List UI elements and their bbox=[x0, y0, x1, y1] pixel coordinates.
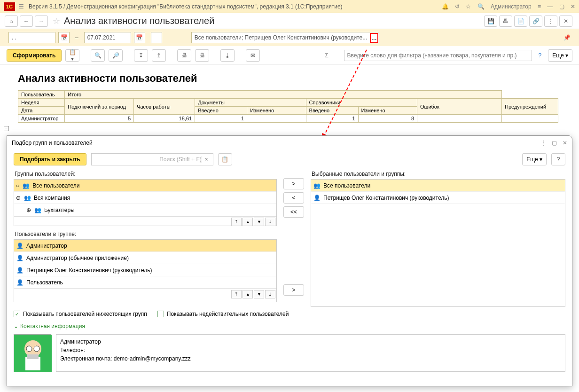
users-ellipsis-button[interactable]: … bbox=[370, 33, 378, 43]
paste-icon[interactable]: 📋▾ bbox=[65, 49, 79, 62]
list-item[interactable]: 👥 Все пользователи bbox=[311, 180, 565, 192]
list-item[interactable]: 👤 Пользователь bbox=[14, 276, 276, 289]
calendar-to-icon[interactable]: 📅 bbox=[134, 32, 145, 43]
add-button[interactable]: > bbox=[283, 178, 304, 189]
dlg-close-icon[interactable]: ✕ bbox=[563, 140, 567, 146]
remove-all-button[interactable]: << bbox=[283, 206, 304, 218]
collapse-tree-icon[interactable]: − bbox=[4, 126, 9, 131]
collapse-icon[interactable]: ⊖ bbox=[16, 195, 21, 201]
list-item[interactable]: 👤 Администратор bbox=[14, 240, 276, 252]
add-user-button[interactable]: > bbox=[283, 284, 304, 296]
groups-list[interactable]: ○ 👥 Все пользователи ⊖ 👥 Вся компания ⊕ … bbox=[14, 179, 277, 226]
contact-toggle[interactable]: ⌄ Контактная информация bbox=[7, 321, 572, 331]
cell-conn: 5 bbox=[65, 115, 134, 123]
sort-down-icon[interactable]: ▼ bbox=[254, 290, 264, 298]
calendar-from-icon[interactable]: 📅 bbox=[58, 32, 70, 43]
close-icon[interactable]: ✕ bbox=[571, 3, 575, 10]
zoom-out-icon[interactable]: 🔎 bbox=[109, 49, 123, 62]
mail-icon[interactable]: ✉ bbox=[246, 49, 260, 62]
back-button[interactable]: ← bbox=[20, 16, 33, 27]
remove-button[interactable]: < bbox=[283, 192, 304, 204]
list-item[interactable]: ○ 👥 Все пользователи bbox=[14, 180, 276, 192]
generate-button[interactable]: Сформировать bbox=[7, 49, 62, 62]
print-icon[interactable]: 🖶 bbox=[499, 16, 512, 27]
window-title: Версия 3.1.5 / Демонстрационная конфигур… bbox=[29, 3, 437, 10]
list-item[interactable]: ⊕ 👥 Бухгалтеры bbox=[14, 204, 276, 216]
users-list[interactable]: 👤 Администратор 👤 Администратор (обычное… bbox=[14, 239, 277, 302]
collapse-icon[interactable]: ↧ bbox=[134, 49, 148, 62]
save-file-icon[interactable]: ⭳ bbox=[220, 49, 235, 62]
dialog-search-input[interactable]: Поиск (Shift + F) × bbox=[91, 153, 213, 165]
show-subgroups-checkbox[interactable]: ✓ bbox=[14, 311, 20, 317]
list-item[interactable]: 👤 Петрищев Олег Константинович (руководи… bbox=[311, 192, 565, 204]
item-label: Пользователь bbox=[26, 279, 63, 286]
cell-docs-chg bbox=[247, 115, 306, 123]
user-icon: 👤 bbox=[313, 194, 321, 202]
forward-button[interactable]: → bbox=[35, 16, 48, 27]
clipboard-icon[interactable]: 📋 bbox=[218, 153, 232, 165]
print-btn-icon[interactable]: 🖶 bbox=[177, 49, 191, 62]
dash: – bbox=[75, 34, 78, 41]
blank-button[interactable] bbox=[151, 32, 162, 43]
clear-search-icon[interactable]: × bbox=[202, 156, 211, 163]
sort-down-icon[interactable]: ▼ bbox=[254, 218, 264, 226]
dialog-help-icon[interactable]: ? bbox=[551, 153, 565, 165]
sigma-icon[interactable]: Σ bbox=[325, 52, 328, 59]
dlg-maximize-icon[interactable]: ▢ bbox=[552, 140, 557, 146]
selected-list[interactable]: 👥 Все пользователи 👤 Петрищев Олег Конст… bbox=[311, 179, 565, 307]
export-icon[interactable]: 📄 bbox=[514, 16, 527, 27]
users-filter-input[interactable]: Все пользователи; Петрищев Олег Констант… bbox=[191, 32, 379, 43]
link-icon[interactable]: 🔗 bbox=[529, 16, 542, 27]
favorite-icon[interactable]: ☆ bbox=[53, 16, 60, 26]
cell-hours: 18,61 bbox=[134, 115, 195, 123]
expand-icon[interactable]: ⊕ bbox=[26, 207, 31, 213]
date-to-input[interactable]: 07.07.2021 bbox=[84, 32, 131, 43]
list-item[interactable]: ⊖ 👥 Вся компания bbox=[14, 192, 276, 204]
minimize-icon[interactable]: — bbox=[547, 3, 553, 10]
search-icon[interactable]: 🔍 bbox=[477, 3, 485, 10]
star-icon[interactable]: ☆ bbox=[466, 3, 471, 10]
user-icon: 👤 bbox=[16, 279, 23, 286]
zoom-in-icon[interactable]: 🔍 bbox=[91, 49, 105, 62]
sort-top-icon[interactable]: ⤒ bbox=[231, 218, 242, 226]
report-title: Анализ активности пользователей bbox=[18, 72, 571, 85]
chk2-label: Показывать недействительных пользователе… bbox=[167, 311, 289, 317]
list-item[interactable]: 👤 Петрищев Олег Константинович (руководи… bbox=[14, 264, 276, 276]
col-err: Ошибок bbox=[417, 99, 502, 115]
sort-up-icon[interactable]: ▲ bbox=[243, 290, 253, 298]
expand-icon[interactable]: ↥ bbox=[152, 49, 166, 62]
selected-label: Выбранные пользователи и группы: bbox=[312, 171, 564, 177]
date-from-input[interactable]: . . bbox=[8, 32, 55, 43]
contact-toggle-label: Контактная информация bbox=[20, 323, 85, 329]
help-icon[interactable]: ? bbox=[539, 52, 542, 59]
page-title: Анализ активности пользователей bbox=[64, 16, 214, 26]
maximize-icon[interactable]: ▢ bbox=[559, 3, 564, 10]
menu-icon[interactable]: ☰ bbox=[19, 3, 24, 10]
pick-close-button[interactable]: Подобрать и закрыть bbox=[14, 153, 86, 165]
sort-up-icon[interactable]: ▲ bbox=[243, 218, 253, 226]
close-page-icon[interactable]: ✕ bbox=[559, 16, 572, 27]
bell-icon[interactable]: 🔔 bbox=[442, 3, 449, 10]
save-icon[interactable]: 💾 bbox=[484, 16, 497, 27]
more-button[interactable]: Еще ▾ bbox=[548, 49, 572, 62]
history-icon[interactable]: ↺ bbox=[455, 3, 460, 10]
col-refs-chg: Изменено bbox=[358, 107, 417, 115]
menu-lines-icon[interactable]: ≡ bbox=[538, 3, 541, 10]
filter-search-input[interactable] bbox=[344, 50, 532, 61]
pin-icon[interactable]: 📌 bbox=[563, 34, 571, 41]
dialog-more-button[interactable]: Еще ▾ bbox=[522, 153, 547, 165]
sort-bottom-icon[interactable]: ⤓ bbox=[265, 218, 275, 226]
home-button[interactable]: ⌂ bbox=[5, 16, 18, 27]
list-item[interactable]: 👤 Администратор (обычное приложение) bbox=[14, 252, 276, 264]
col-refs: Справочники bbox=[306, 99, 417, 107]
dlg-kebab-icon[interactable]: ⋮ bbox=[540, 140, 546, 146]
admin-label[interactable]: Администратор bbox=[491, 3, 532, 10]
sort-bottom-icon[interactable]: ⤓ bbox=[265, 290, 275, 298]
sort-top-icon[interactable]: ⤒ bbox=[231, 290, 242, 298]
contact-panel: Администратор Телефон: Электронная почта… bbox=[7, 331, 572, 375]
show-invalid-checkbox[interactable] bbox=[157, 311, 164, 317]
contact-phone: Телефон: bbox=[60, 346, 561, 354]
kebab-icon[interactable]: ⋮ bbox=[544, 16, 557, 27]
item-label: Администратор (обычное приложение) bbox=[26, 255, 129, 261]
print2-icon[interactable]: 🖶 bbox=[195, 49, 209, 62]
